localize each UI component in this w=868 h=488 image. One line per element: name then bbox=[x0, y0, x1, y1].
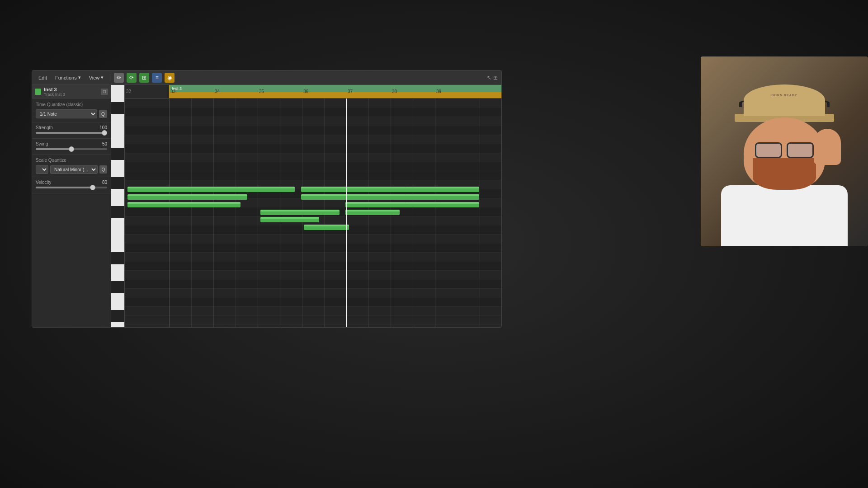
quantize-tool-button[interactable]: ≡ bbox=[152, 73, 162, 83]
swing-slider-fill bbox=[36, 148, 71, 150]
chevron-down-icon-2: ▾ bbox=[101, 75, 104, 80]
midi-note-12[interactable] bbox=[405, 187, 479, 192]
black-key-row-12 bbox=[125, 297, 501, 306]
glass-frame-left bbox=[755, 142, 782, 158]
timeline-bar-34: 34 bbox=[213, 85, 258, 98]
black-key-row-9 bbox=[125, 243, 501, 252]
velocity-section: Velocity 80 bbox=[32, 177, 111, 193]
piano-grid[interactable] bbox=[125, 99, 501, 327]
timeline-header: 32 Inst 3 33 34 35 36 37 38 39 bbox=[125, 85, 501, 99]
swing-label: Swing bbox=[36, 141, 48, 146]
black-key-row-11 bbox=[125, 279, 501, 288]
time-quantize-select[interactable]: 1/1 Note 1/2 Note 1/4 Note 1/8 Note 1/16… bbox=[36, 109, 97, 118]
strength-slider-track[interactable] bbox=[36, 132, 107, 134]
track-name: Inst 3 bbox=[44, 87, 65, 92]
toolbar: Edit Functions ▾ View ▾ ✏ ⟳ ⊞ ≡ ◉ ↖ ⊞ bbox=[32, 70, 501, 85]
midi-note-13[interactable] bbox=[405, 194, 479, 200]
timeline-bar-32: 32 bbox=[125, 85, 169, 98]
cursor-icon: ↖ bbox=[487, 75, 491, 81]
swing-slider-track[interactable] bbox=[36, 148, 107, 150]
measure-line-35 bbox=[258, 99, 258, 327]
person-figure: BORN READY bbox=[701, 75, 868, 246]
face bbox=[744, 117, 825, 190]
midi-note-15[interactable] bbox=[304, 225, 349, 230]
toolbar-sep-1 bbox=[110, 74, 110, 81]
loop-tool-button[interactable]: ⟳ bbox=[127, 73, 137, 83]
swing-slider-thumb[interactable] bbox=[69, 146, 74, 152]
hat: BORN READY bbox=[744, 84, 825, 116]
timeline-bar-39: 39 bbox=[435, 85, 479, 98]
strength-header: Strength 100 bbox=[36, 125, 107, 130]
strength-section: Strength 100 bbox=[32, 122, 111, 139]
velocity-label: Velocity bbox=[36, 180, 51, 185]
strength-value: 100 bbox=[99, 125, 107, 130]
functions-menu-button[interactable]: Functions ▾ bbox=[52, 74, 84, 81]
velocity-value: 80 bbox=[102, 180, 107, 185]
midi-note-1[interactable] bbox=[127, 187, 295, 192]
strength-slider-thumb[interactable] bbox=[102, 130, 107, 136]
black-key-row-4 bbox=[125, 162, 501, 171]
playhead bbox=[346, 99, 347, 327]
track-info: Inst 3 Track Inst 3 bbox=[44, 87, 65, 97]
track-collapse-button[interactable]: □ bbox=[101, 89, 108, 95]
chevron-down-icon: ▾ bbox=[78, 75, 81, 80]
velocity-slider-thumb[interactable] bbox=[90, 185, 95, 190]
black-key-row-10 bbox=[125, 261, 501, 270]
time-quantize-row: 1/1 Note 1/2 Note 1/4 Note 1/8 Note 1/16… bbox=[36, 109, 107, 118]
black-key-row-3 bbox=[125, 144, 501, 153]
scale-key-select[interactable]: F# C G D bbox=[36, 165, 48, 174]
scale-quantize-section: Scale Quantize F# C G D Natural Minor (.… bbox=[32, 155, 111, 177]
webcam-content: BORN READY bbox=[701, 56, 868, 246]
midi-note-3[interactable] bbox=[127, 202, 241, 207]
velocity-slider-fill bbox=[36, 187, 93, 188]
black-key-row-1 bbox=[125, 108, 501, 117]
time-quantize-section: Time Quantize (classic) 1/1 Note 1/2 Not… bbox=[32, 99, 111, 122]
glasses bbox=[750, 142, 818, 158]
hat-text: BORN READY bbox=[757, 94, 811, 97]
velocity-slider-track[interactable] bbox=[36, 187, 107, 188]
midi-note-6[interactable] bbox=[260, 210, 340, 215]
black-key-row-2 bbox=[125, 126, 501, 135]
timeline-bar-38: 38 bbox=[391, 85, 435, 98]
scale-mode-select[interactable]: Natural Minor (... Major Harmonic Minor bbox=[50, 165, 98, 174]
scale-quantize-row: F# C G D Natural Minor (... Major Harmon… bbox=[36, 165, 107, 174]
view-menu-button[interactable]: View ▾ bbox=[86, 74, 107, 81]
black-key-row-5 bbox=[125, 171, 501, 180]
midi-note-7[interactable] bbox=[260, 217, 319, 222]
beat-line-1 bbox=[191, 99, 192, 327]
beat-line-2 bbox=[236, 99, 236, 327]
daw-window: Edit Functions ▾ View ▾ ✏ ⟳ ⊞ ≡ ◉ ↖ ⊞ In… bbox=[32, 70, 502, 328]
swing-header: Swing 50 bbox=[36, 141, 107, 146]
left-panel: Inst 3 Track Inst 3 □ Time Quantize (cla… bbox=[32, 85, 111, 327]
time-quantize-q-button[interactable]: Q bbox=[99, 110, 107, 118]
shirt bbox=[721, 185, 848, 246]
beard bbox=[753, 158, 816, 190]
track-subtitle: Track Inst 3 bbox=[44, 92, 65, 97]
swing-value: 50 bbox=[102, 141, 107, 146]
snap-tool-button[interactable]: ⊞ bbox=[139, 73, 149, 83]
measure-line-39 bbox=[435, 99, 435, 327]
hand-gesture bbox=[814, 129, 841, 165]
timeline-bar-37: 37 bbox=[346, 85, 391, 98]
velocity-header: Velocity 80 bbox=[36, 180, 107, 185]
midi-note-11[interactable] bbox=[345, 210, 400, 215]
piano-keys: C5 C4 C3 C2 C1 bbox=[111, 85, 125, 327]
main-content: Inst 3 Track Inst 3 □ Time Quantize (cla… bbox=[32, 85, 501, 327]
midi-note-14[interactable] bbox=[405, 202, 441, 207]
measure-line-34 bbox=[213, 99, 214, 327]
strength-slider-fill bbox=[36, 132, 107, 134]
strength-label: Strength bbox=[36, 125, 53, 130]
piano-roll-container: C5 C4 C3 C2 C1 32 bbox=[111, 85, 501, 327]
scale-quantize-q-button[interactable]: Q bbox=[99, 165, 107, 174]
glass-frame-right bbox=[787, 142, 814, 158]
track-color-icon bbox=[35, 89, 41, 95]
grid-container: 32 Inst 3 33 34 35 36 37 38 39 bbox=[125, 85, 501, 327]
scale-quantize-label: Scale Quantize bbox=[36, 158, 107, 163]
functions-label: Functions bbox=[55, 75, 77, 80]
pointer-icon: ⊞ bbox=[493, 75, 498, 81]
view-label: View bbox=[89, 75, 100, 80]
color-tool-button[interactable]: ◉ bbox=[165, 73, 175, 83]
midi-note-2[interactable] bbox=[127, 194, 247, 200]
edit-menu-button[interactable]: Edit bbox=[36, 74, 50, 81]
pencil-tool-button[interactable]: ✏ bbox=[114, 73, 124, 83]
